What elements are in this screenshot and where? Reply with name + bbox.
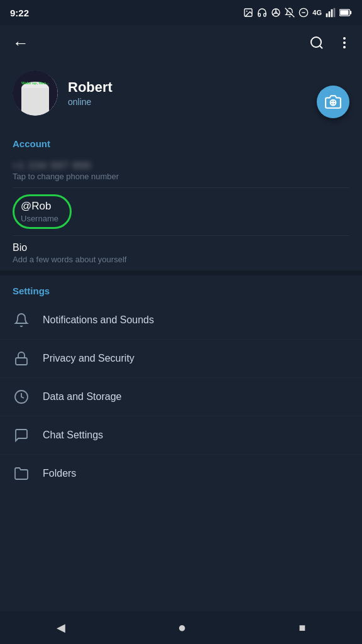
bio-field[interactable]: Bio Add a few words about yourself <box>0 236 362 270</box>
svg-point-17 <box>311 37 321 47</box>
settings-item-folders[interactable]: Folders <box>0 455 362 492</box>
car-status-icon <box>271 8 281 18</box>
settings-item-privacy[interactable]: Privacy and Security <box>0 340 362 378</box>
bottom-nav: ◀ ● ■ <box>0 611 362 644</box>
section-divider <box>0 270 362 275</box>
svg-point-21 <box>343 46 346 48</box>
svg-rect-16 <box>340 10 348 15</box>
minus-circle-status-icon <box>299 8 309 18</box>
svg-line-7 <box>285 8 295 18</box>
top-nav: ← <box>0 25 362 60</box>
svg-rect-13 <box>334 8 336 18</box>
nav-left: ← <box>10 31 31 55</box>
settings-item-data[interactable]: Data and Storage <box>0 378 362 416</box>
camera-plus-icon <box>325 94 341 110</box>
svg-point-1 <box>246 11 248 12</box>
avatar[interactable]: Wake up, Neo... <box>13 70 58 116</box>
bio-value: Bio <box>13 242 349 253</box>
clock-icon <box>13 388 30 406</box>
home-nav-button[interactable]: ● <box>173 614 191 641</box>
folder-icon <box>13 465 30 482</box>
more-options-icon[interactable] <box>337 35 352 50</box>
battery-status-icon <box>339 9 352 16</box>
svg-rect-25 <box>21 88 49 116</box>
svg-line-5 <box>273 13 275 15</box>
bell-icon <box>13 311 30 329</box>
camera-fab-button[interactable] <box>317 86 349 118</box>
status-icons: 4G <box>243 8 352 18</box>
settings-list: Notifications and Sounds Privacy and Sec… <box>0 301 362 492</box>
username-value: @Rob <box>21 200 58 213</box>
chat-icon <box>13 426 30 444</box>
recents-nav-button[interactable]: ■ <box>293 616 310 640</box>
status-bar: 9:22 4G <box>0 0 362 25</box>
svg-line-18 <box>320 46 322 48</box>
svg-line-6 <box>277 13 279 15</box>
profile-name: Robert <box>68 79 349 96</box>
svg-rect-15 <box>350 11 352 14</box>
username-highlight: @Rob Username <box>13 194 72 229</box>
profile-section: Wake up, Neo... Robert online <box>0 60 362 128</box>
lock-icon <box>13 350 30 367</box>
data-label: Data and Storage <box>43 391 121 402</box>
status-time: 9:22 <box>10 8 29 18</box>
back-nav-button[interactable]: ◀ <box>52 616 70 640</box>
bio-label: Add a few words about yourself <box>13 255 349 264</box>
privacy-label: Privacy and Security <box>43 353 134 364</box>
back-button[interactable]: ← <box>10 31 31 55</box>
settings-item-chat[interactable]: Chat Settings <box>0 416 362 455</box>
signal-status-icon <box>326 8 336 18</box>
profile-info: Robert online <box>68 79 349 107</box>
username-label: Username <box>21 214 58 223</box>
profile-status: online <box>68 97 349 107</box>
phone-value: +1 234 567 890 <box>13 160 349 170</box>
svg-rect-11 <box>329 11 331 17</box>
headphones-status-icon <box>257 8 267 18</box>
svg-rect-10 <box>326 13 328 17</box>
svg-point-19 <box>343 37 346 40</box>
account-section-header: Account <box>0 128 362 154</box>
phone-label: Tap to change phone number <box>13 172 349 181</box>
chat-label: Chat Settings <box>43 430 103 441</box>
avatar-image: Wake up, Neo... <box>13 70 58 116</box>
phone-field[interactable]: +1 234 567 890 Tap to change phone numbe… <box>0 154 362 187</box>
svg-rect-12 <box>331 9 333 18</box>
folders-label: Folders <box>43 468 76 479</box>
svg-point-3 <box>275 12 277 14</box>
4g-status-icon: 4G <box>312 9 322 16</box>
bell-off-status-icon <box>285 8 295 18</box>
username-field[interactable]: @Rob Username <box>0 188 362 235</box>
image-status-icon <box>243 8 253 18</box>
svg-point-20 <box>343 42 346 44</box>
search-icon[interactable] <box>309 35 324 50</box>
svg-rect-30 <box>16 358 27 365</box>
notifications-label: Notifications and Sounds <box>43 314 154 326</box>
svg-text:Wake up, Neo...: Wake up, Neo... <box>21 81 49 85</box>
settings-section-header: Settings <box>0 275 362 301</box>
nav-right <box>309 35 352 50</box>
settings-item-notifications[interactable]: Notifications and Sounds <box>0 301 362 340</box>
